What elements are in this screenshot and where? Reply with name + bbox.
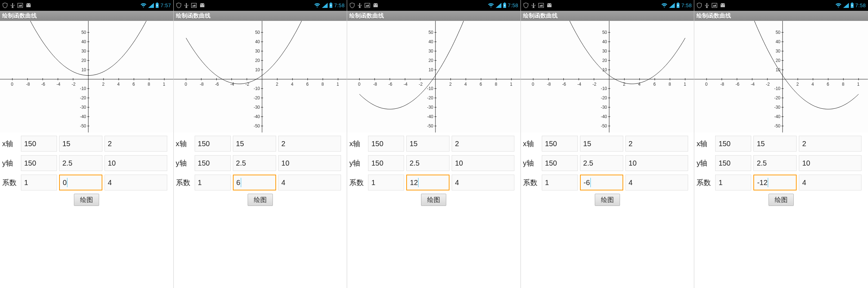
input-yaxis-2[interactable]: 10 <box>105 155 167 171</box>
svg-rect-108 <box>504 3 505 3</box>
input-xaxis-1[interactable]: 15 <box>406 136 449 152</box>
row-xaxis: x轴150152 <box>174 134 347 153</box>
row-coef: 系数1-64 <box>521 173 694 192</box>
svg-text:1: 1 <box>336 82 339 87</box>
label-yaxis: y轴 <box>176 158 195 168</box>
svg-text:-4: -4 <box>57 82 61 87</box>
input-xaxis-1[interactable]: 15 <box>59 136 102 152</box>
input-yaxis-2[interactable]: 10 <box>625 155 688 171</box>
svg-text:4: 4 <box>465 82 467 87</box>
label-coef: 系数 <box>696 178 715 188</box>
image-icon <box>364 3 370 8</box>
input-coef-2[interactable]: 4 <box>105 175 167 190</box>
shield-icon <box>523 3 529 8</box>
input-yaxis-2[interactable]: 10 <box>278 155 341 171</box>
input-yaxis-0[interactable]: 150 <box>542 155 578 171</box>
input-coef-2[interactable]: 4 <box>799 175 862 190</box>
form: x轴150152 y轴1502.510 系数1124 绘图 <box>347 132 521 207</box>
input-xaxis-0[interactable]: 150 <box>21 136 57 152</box>
svg-text:40: 40 <box>776 39 781 44</box>
svg-text:-10: -10 <box>601 86 607 91</box>
svg-point-53 <box>203 4 204 5</box>
svg-text:-2: -2 <box>72 82 76 87</box>
svg-text:2: 2 <box>623 82 625 87</box>
input-yaxis-1[interactable]: 2.5 <box>233 155 276 171</box>
screen-3: 7:58 绘制函数曲线 0-8-6-4-2246811020304050-10-… <box>521 0 695 288</box>
input-yaxis-2[interactable]: 10 <box>799 155 862 171</box>
input-yaxis-1[interactable]: 2.5 <box>59 155 102 171</box>
input-xaxis-2[interactable]: 2 <box>105 136 167 152</box>
input-yaxis-0[interactable]: 150 <box>715 155 751 171</box>
input-coef-2[interactable]: 4 <box>625 175 688 190</box>
status-bar: 7:58 <box>521 0 694 11</box>
label-xaxis: x轴 <box>349 139 368 149</box>
svg-text:-8: -8 <box>373 82 377 87</box>
input-yaxis-1[interactable]: 2.5 <box>753 155 797 171</box>
row-yaxis: y轴1502.510 <box>347 153 521 173</box>
input-xaxis-1[interactable]: 15 <box>580 136 623 152</box>
input-yaxis-2[interactable]: 10 <box>452 155 514 171</box>
input-coef-0[interactable]: 1 <box>715 175 751 190</box>
input-yaxis-1[interactable]: 2.5 <box>580 155 623 171</box>
input-xaxis-0[interactable]: 150 <box>715 136 751 152</box>
svg-text:0: 0 <box>11 82 13 87</box>
shield-icon <box>2 3 8 8</box>
svg-text:4: 4 <box>812 82 814 87</box>
input-xaxis-0[interactable]: 150 <box>195 136 231 152</box>
row-coef: 系数164 <box>174 173 347 192</box>
input-xaxis-2[interactable]: 2 <box>278 136 341 152</box>
label-coef: 系数 <box>176 178 195 188</box>
input-xaxis-2[interactable]: 2 <box>452 136 514 152</box>
plot-button[interactable]: 绘图 <box>248 194 273 206</box>
input-coef-1[interactable]: -12 <box>753 175 797 190</box>
svg-text:-30: -30 <box>427 105 434 110</box>
svg-text:-50: -50 <box>774 123 781 129</box>
clock: 7:57 <box>160 3 171 8</box>
status-bar: 7:57 <box>0 0 173 11</box>
svg-rect-159 <box>677 3 679 3</box>
battery-icon <box>329 3 333 8</box>
shield-icon <box>349 3 355 8</box>
svg-text:-30: -30 <box>80 105 87 110</box>
input-coef-2[interactable]: 4 <box>278 175 341 190</box>
input-xaxis-2[interactable]: 2 <box>625 136 688 152</box>
svg-rect-6 <box>156 3 158 3</box>
clock: 7:58 <box>855 3 866 8</box>
input-yaxis-0[interactable]: 150 <box>368 155 404 171</box>
input-yaxis-0[interactable]: 150 <box>21 155 57 171</box>
input-coef-1[interactable]: 6 <box>233 175 276 190</box>
usb-icon <box>10 3 15 8</box>
svg-rect-102 <box>365 3 370 8</box>
input-coef-2[interactable]: 4 <box>452 175 514 190</box>
plot-button[interactable]: 绘图 <box>421 194 446 206</box>
input-yaxis-1[interactable]: 2.5 <box>406 155 449 171</box>
svg-rect-204 <box>712 3 717 8</box>
app-title: 绘制函数曲线 <box>0 11 173 21</box>
input-coef-0[interactable]: 1 <box>368 175 404 190</box>
input-coef-1[interactable]: 12 <box>406 175 449 190</box>
svg-point-103 <box>374 4 375 5</box>
input-coef-0[interactable]: 1 <box>195 175 231 190</box>
input-xaxis-1[interactable]: 15 <box>233 136 276 152</box>
svg-rect-210 <box>851 3 853 3</box>
plot-button[interactable]: 绘图 <box>595 194 620 206</box>
shield-icon <box>176 3 182 8</box>
android-icon <box>546 3 553 8</box>
plot-button[interactable]: 绘图 <box>74 194 99 206</box>
svg-text:-4: -4 <box>404 82 408 87</box>
input-coef-0[interactable]: 1 <box>21 175 57 190</box>
input-xaxis-0[interactable]: 150 <box>542 136 578 152</box>
svg-text:0: 0 <box>185 82 187 87</box>
image-icon <box>712 3 717 8</box>
wifi-icon <box>314 3 320 8</box>
input-xaxis-0[interactable]: 150 <box>368 136 404 152</box>
input-yaxis-0[interactable]: 150 <box>195 155 231 171</box>
input-xaxis-2[interactable]: 2 <box>799 136 862 152</box>
input-coef-1[interactable]: -6 <box>580 175 623 190</box>
svg-text:-2: -2 <box>593 82 597 87</box>
plot-button[interactable]: 绘图 <box>769 194 794 206</box>
input-coef-0[interactable]: 1 <box>542 175 578 190</box>
svg-text:-10: -10 <box>80 86 87 91</box>
input-xaxis-1[interactable]: 15 <box>753 136 797 152</box>
input-coef-1[interactable]: 0 <box>59 175 102 190</box>
